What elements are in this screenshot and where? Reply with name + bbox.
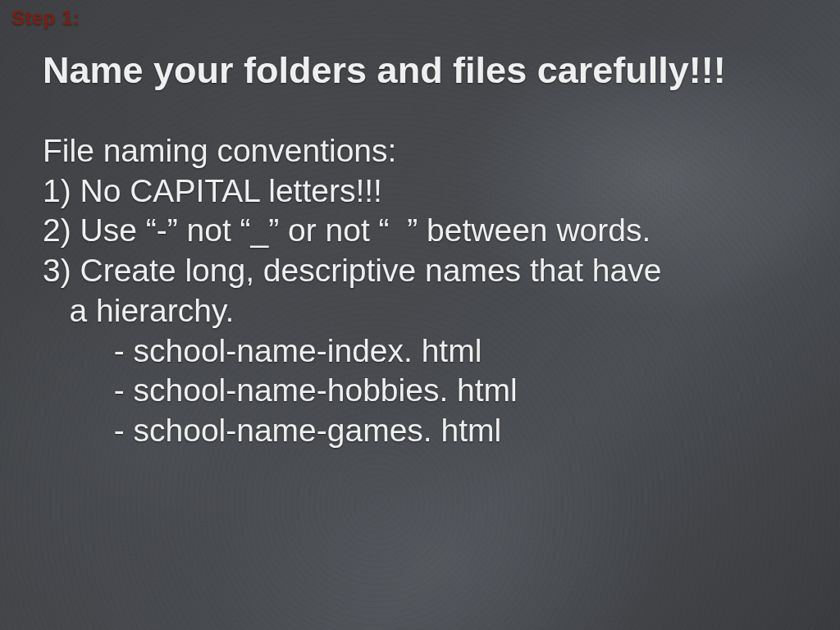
rule-1: 1) No CAPITAL letters!!! (43, 171, 726, 212)
example-2: - school-name-hobbies. html (43, 371, 726, 411)
conventions-subtitle: File naming conventions: (43, 131, 726, 171)
slide-body: File naming conventions: 1) No CAPITAL l… (43, 131, 726, 451)
slide-title: Name your folders and files carefully!!! (43, 49, 726, 92)
example-1: - school-name-index. html (43, 331, 726, 372)
rule-3-line-2: a hierarchy. (43, 291, 726, 331)
chalkboard-slide: Step 1: Name your folders and files care… (0, 0, 840, 630)
example-3: - school-name-games. html (43, 411, 726, 451)
rule-2: 2) Use “-” not “_” or not “ ” between wo… (43, 211, 726, 251)
rule-3-line-1: 3) Create long, descriptive names that h… (43, 251, 726, 291)
slide-content: Name your folders and files carefully!!!… (43, 49, 726, 451)
step-label: Step 1: (11, 7, 80, 30)
